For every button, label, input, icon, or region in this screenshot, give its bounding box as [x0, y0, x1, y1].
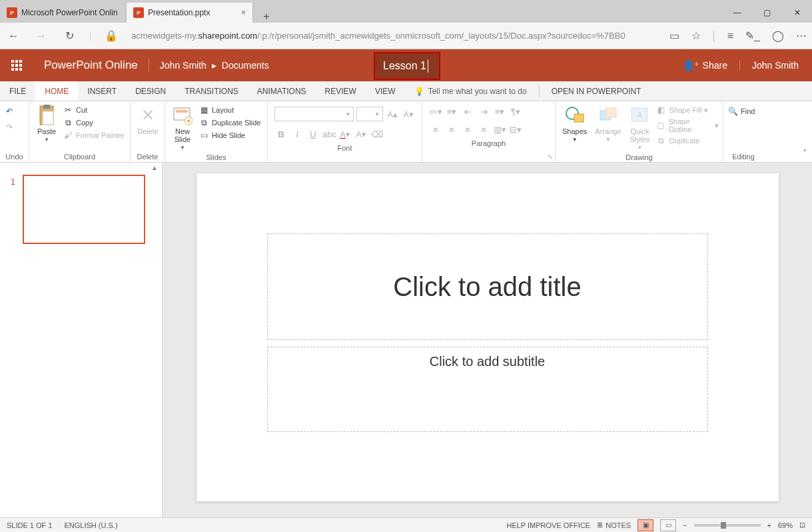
shape-fill-button[interactable]: ◧Shape Fill ▾	[655, 105, 719, 115]
find-button[interactable]: 🔍Find	[727, 103, 755, 117]
notes-button[interactable]: ≣ NOTES	[597, 521, 631, 529]
normal-view-button[interactable]: ▣	[637, 519, 653, 531]
font-color-button[interactable]: A▾	[338, 129, 352, 139]
decrease-indent-button[interactable]: ⇤	[461, 107, 474, 117]
copy-button[interactable]: ⧉Copy	[63, 117, 125, 128]
numbering-button[interactable]: ≡▾	[445, 107, 458, 117]
highlight-button[interactable]: A▾	[354, 129, 368, 139]
url-field[interactable]: acmewidgets-my.sharepoint.com/:p:/r/pers…	[131, 31, 657, 41]
separator: |	[89, 31, 91, 41]
slide-count[interactable]: SLIDE 1 OF 1	[7, 521, 52, 529]
font-family-select[interactable]: ▼	[274, 107, 354, 121]
duplicate-icon: ⧉	[655, 135, 666, 146]
new-slide-button[interactable]: ✦ NewSlide ▼	[169, 103, 196, 152]
redo-button[interactable]: ↷	[4, 122, 15, 133]
more-icon[interactable]: ⋯	[796, 29, 807, 42]
group-label: Editing	[727, 151, 759, 162]
italic-button[interactable]: I	[290, 129, 304, 139]
shrink-font-button[interactable]: A▾	[402, 109, 415, 119]
cut-button[interactable]: ✂Cut	[63, 105, 125, 115]
zoom-out-button[interactable]: −	[683, 521, 687, 529]
share-button[interactable]: 👤⁺ Share	[683, 60, 740, 71]
app-launcher-button[interactable]	[0, 60, 33, 71]
subtitle-placeholder[interactable]: Click to add subtitle	[267, 347, 708, 432]
underline-button[interactable]: U	[306, 129, 320, 139]
slide[interactable]: Click to add title Click to add subtitle	[197, 173, 779, 501]
slide-thumbnail[interactable]	[23, 175, 145, 244]
notes-icon[interactable]: ✎_	[745, 29, 760, 42]
hide-slide-button[interactable]: ▭Hide Slide	[199, 130, 260, 141]
tab-insert[interactable]: INSERT	[78, 81, 126, 101]
zoom-level[interactable]: 69%	[778, 521, 793, 529]
grow-font-button[interactable]: A▴	[386, 109, 399, 119]
language-button[interactable]: ENGLISH (U.S.)	[64, 521, 117, 529]
open-in-powerpoint-button[interactable]: OPEN IN POWERPOINT	[542, 81, 651, 101]
line-spacing-button[interactable]: ≡▾	[493, 107, 506, 117]
browser-tab-inactive[interactable]: P Microsoft PowerPoint Onlin	[0, 3, 127, 23]
font-size-select[interactable]: ▼	[356, 107, 383, 121]
refresh-button[interactable]: ↻	[61, 29, 77, 42]
align-right-button[interactable]: ≡	[461, 125, 474, 135]
duplicate-button[interactable]: ⧉Duplicate	[655, 135, 719, 146]
strikethrough-button[interactable]: abc	[322, 129, 336, 139]
browser-tab-active[interactable]: P Presentation.pptx ×	[127, 3, 253, 23]
slideshow-view-button[interactable]: ▭	[660, 519, 676, 531]
breadcrumb-folder[interactable]: Documents	[222, 60, 269, 71]
collapse-ribbon-icon[interactable]: ˄	[803, 149, 807, 158]
window-controls: — ▢ ✕	[722, 3, 812, 23]
quick-styles-button[interactable]: A QuickStyles▼	[626, 103, 653, 152]
align-center-button[interactable]: ≡	[445, 125, 458, 135]
forward-button[interactable]: →	[33, 30, 49, 42]
delete-button[interactable]: ✕ Delete	[135, 103, 161, 137]
paste-button[interactable]: Paste ▼	[33, 103, 60, 144]
scroll-up-icon[interactable]: ▲	[151, 164, 158, 171]
tell-me-search[interactable]: 💡 Tell me what you want to do	[405, 87, 536, 96]
tab-view[interactable]: VIEW	[366, 81, 405, 101]
help-improve-link[interactable]: HELP IMPROVE OFFICE	[506, 521, 590, 529]
reading-view-icon[interactable]: ▭	[669, 29, 679, 42]
share-icon[interactable]: ◯	[772, 29, 784, 42]
text-direction-button[interactable]: ¶▾	[509, 107, 522, 117]
title-placeholder[interactable]: Click to add title	[267, 233, 708, 340]
minimize-button[interactable]: —	[722, 3, 752, 23]
zoom-in-button[interactable]: +	[767, 521, 771, 529]
new-tab-button[interactable]: +	[253, 11, 280, 23]
document-title-text: Lesson 1	[383, 60, 426, 72]
layout-icon: ▦	[199, 105, 209, 115]
dialog-launcher-icon[interactable]: ⤡	[548, 153, 553, 160]
tab-file[interactable]: FILE	[0, 81, 35, 101]
arrange-button[interactable]: Arrange▼	[592, 103, 623, 144]
slide-thumbnail-panel: ▲ 1	[0, 163, 163, 517]
align-left-button[interactable]: ≡	[429, 125, 442, 135]
format-painter-button[interactable]: 🖌Format Painter	[63, 130, 125, 141]
favorite-icon[interactable]: ☆	[691, 29, 701, 42]
tab-review[interactable]: REVIEW	[316, 81, 366, 101]
tab-animations[interactable]: ANIMATIONS	[248, 81, 316, 101]
layout-button[interactable]: ▦Layout	[199, 105, 260, 115]
zoom-slider[interactable]	[694, 524, 761, 527]
slide-canvas-area[interactable]: Click to add title Click to add subtitle	[163, 163, 812, 517]
columns-button[interactable]: ▥▾	[493, 125, 506, 135]
maximize-button[interactable]: ▢	[752, 3, 782, 23]
bullets-button[interactable]: ≔▾	[429, 107, 442, 117]
bold-button[interactable]: B	[274, 129, 288, 139]
shape-outline-button[interactable]: ▢Shape Outline ▾	[655, 117, 719, 133]
close-window-button[interactable]: ✕	[782, 3, 812, 23]
duplicate-slide-button[interactable]: ⧉Duplicate Slide	[199, 117, 260, 128]
tab-design[interactable]: DESIGN	[126, 81, 175, 101]
close-tab-icon[interactable]: ×	[241, 8, 246, 17]
back-button[interactable]: ←	[5, 30, 21, 42]
shapes-button[interactable]: Shapes▼	[560, 103, 590, 144]
user-menu[interactable]: John Smith	[752, 60, 799, 71]
hub-icon[interactable]: ≡	[727, 30, 733, 42]
tab-home[interactable]: HOME	[35, 81, 78, 101]
breadcrumb-user[interactable]: John Smith	[160, 60, 206, 71]
tab-transitions[interactable]: TRANSITIONS	[175, 81, 248, 101]
undo-button[interactable]: ↶	[4, 106, 15, 117]
align-text-button[interactable]: ⊟▾	[509, 125, 522, 135]
fit-to-window-button[interactable]: ⊡	[799, 521, 805, 529]
document-title-input[interactable]: Lesson 1	[374, 52, 440, 80]
increase-indent-button[interactable]: ⇥	[477, 107, 490, 117]
justify-button[interactable]: ≡	[477, 125, 490, 135]
clear-format-button[interactable]: ⌫	[370, 129, 384, 139]
